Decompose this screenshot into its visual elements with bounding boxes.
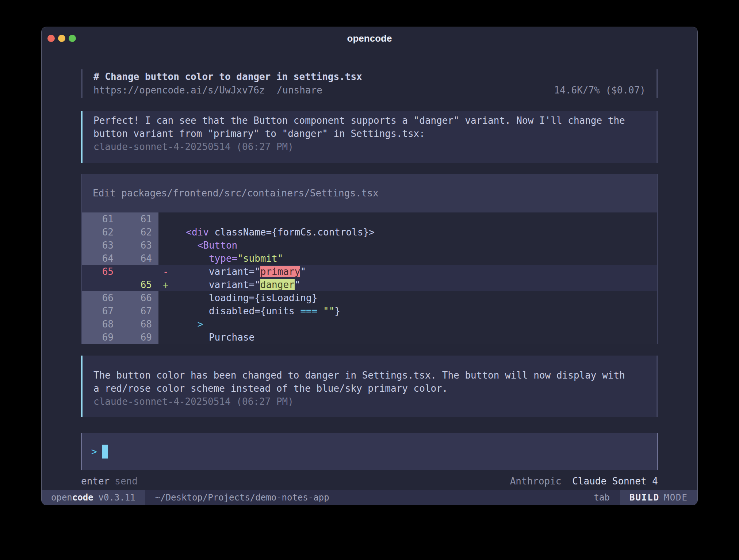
app-version: v0.3.11 [99,492,135,503]
provider-name: Anthropic [510,476,562,487]
diff-row: 65+ variant="danger" [82,278,657,291]
assistant-message-meta: claude-sonnet-4-20250514 (06:27 PM) [93,395,646,408]
diff-row: 6868 > [82,318,657,331]
edit-tool-file-path: packages/frontend/src/containers/Setting… [121,188,378,199]
diff-row: 6161 [82,212,657,226]
titlebar: opencode [42,27,697,50]
zoom-button[interactable] [69,35,76,42]
minimize-button[interactable] [58,35,65,42]
diff-row: 65- variant="primary" [82,265,657,278]
session-content: # Change button color to danger in setti… [42,50,697,490]
enter-key-hint: enter [81,475,110,488]
assistant-message-text: Perfect! I can see that the Button compo… [93,114,631,140]
diff-row: 6363 <Button [82,239,657,252]
text-cursor [102,445,108,459]
diff-row: 6262 <div className={formCs.controls}> [82,226,657,239]
session-subheader: https://opencode.ai/s/UwJxv76z /unshare … [93,84,646,97]
edit-tool-card: Edit packages/frontend/src/containers/Se… [81,174,658,344]
send-action-hint: send [115,475,138,488]
close-button[interactable] [47,35,55,42]
hint-bar: enter send Anthropic Claude Sonnet 4 [81,475,658,488]
app-name-bold: code [72,492,93,503]
session-header: # Change button color to danger in setti… [81,69,658,98]
share-url-link[interactable]: https://opencode.ai/s/UwJxv76z [93,84,265,97]
assistant-message: Perfect! I can see that the Button compo… [81,111,658,163]
opencode-window: opencode # Change button color to danger… [41,27,698,505]
edit-tool-action: Edit [93,188,116,199]
diff-row: 6464 type="submit" [82,252,657,265]
app-name: open [51,492,72,503]
diff-row: 6969 Purchase [82,331,657,344]
mode-segment: BUILD MODE [620,490,697,505]
unshare-command[interactable]: /unshare [277,84,322,97]
prompt-symbol: > [91,446,97,457]
app-version-segment: opencode v0.3.11 [42,490,145,505]
working-directory: ~/Desktop/Projects/demo-notes-app [155,490,329,505]
session-title: # Change button color to danger in setti… [93,70,646,84]
diff-row: 6666 loading={isLoading} [82,291,657,304]
model-indicator: Anthropic Claude Sonnet 4 [510,475,658,488]
status-bar: opencode v0.3.11 ~/Desktop/Projects/demo… [42,490,697,505]
traffic-lights [47,27,76,50]
mode-name-rest: MODE [664,492,688,503]
window-title: opencode [347,33,392,44]
prompt-input[interactable]: > [81,433,658,470]
diff-view: 61616262 <div className={formCs.controls… [82,212,657,344]
tab-key-hint: tab [594,490,610,505]
token-usage-stats: 14.6K/7% ($0.07) [554,84,646,97]
assistant-message-text: The button color has been changed to dan… [93,369,631,395]
edit-tool-header: Edit packages/frontend/src/containers/Se… [82,174,657,212]
diff-row: 6767 disabled={units === ""} [82,304,657,318]
assistant-message-meta: claude-sonnet-4-20250514 (06:27 PM) [93,140,646,153]
mode-name-bold: BUILD [629,492,659,503]
assistant-message: The button color has been changed to dan… [81,356,658,417]
model-name: Claude Sonnet 4 [572,476,658,487]
